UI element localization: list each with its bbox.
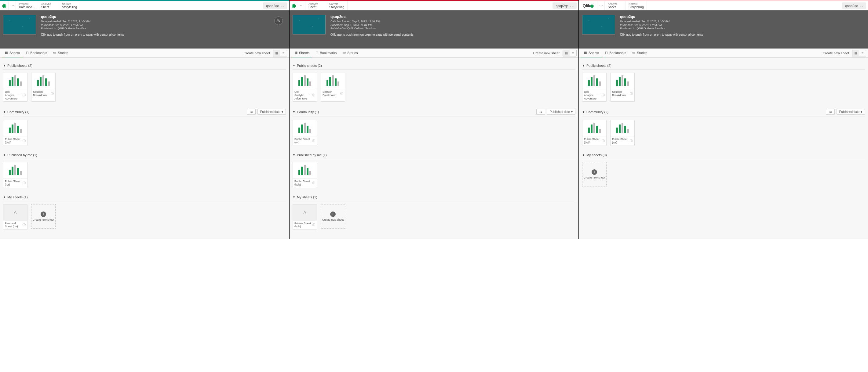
- sheet-card[interactable]: Public Sheet (bob)ⓘ: [3, 120, 28, 146]
- info-icon[interactable]: ⓘ: [340, 92, 343, 96]
- grid-view-button[interactable]: ▦: [563, 50, 569, 56]
- info-icon[interactable]: ⓘ: [312, 223, 315, 227]
- info-icon[interactable]: ⓘ: [23, 139, 26, 143]
- sort-button[interactable]: ↓≡: [826, 109, 835, 115]
- sort-button[interactable]: ↓≡: [247, 109, 256, 115]
- qlik-logo[interactable]: Qlik ◉: [579, 1, 597, 10]
- info-icon[interactable]: ⓘ: [312, 93, 315, 97]
- info-icon[interactable]: ⓘ: [312, 181, 315, 185]
- list-view-button[interactable]: ≡: [859, 50, 866, 56]
- sort-dropdown[interactable]: Published date▾: [547, 109, 576, 115]
- sheet-card[interactable]: Public Sheet (bob)ⓘ: [582, 120, 607, 146]
- nav-item[interactable]: Narrate Storytelling: [326, 1, 347, 10]
- sheet-card[interactable]: Session Breakdownⓘ: [31, 73, 56, 102]
- nav-top: Analyze: [41, 2, 56, 5]
- create-sheet-link[interactable]: Create new sheet: [530, 51, 563, 55]
- sheet-card[interactable]: Qlik Analytic Adventure⋯ⓘ: [3, 73, 28, 102]
- nav-item[interactable]: Analyze Sheet: [605, 1, 625, 10]
- nav-item[interactable]: Narrate Storytelling: [59, 1, 80, 10]
- sheet-card[interactable]: Qlik Analytic Adventure⋯ⓘ: [292, 73, 317, 102]
- qlik-logo[interactable]: ◉: [289, 1, 298, 10]
- nav-item[interactable]: Prepare Data mod...: [16, 1, 38, 10]
- sort-button[interactable]: ↓≡: [536, 109, 545, 115]
- cards-row: Public Sheet (bob)ⓘ: [3, 117, 286, 149]
- info-icon[interactable]: ⓘ: [23, 181, 26, 185]
- sort-dropdown[interactable]: Published date▾: [837, 109, 865, 115]
- section-header[interactable]: ▼ Community (2) ↓≡ Published date▾: [582, 107, 865, 117]
- sheet-card[interactable]: A Private Sheet (bob)ⓘ: [292, 204, 317, 230]
- create-sheet-link[interactable]: Create new sheet: [241, 51, 273, 55]
- more-menu[interactable]: ⋯: [298, 1, 305, 10]
- info-icon[interactable]: ⓘ: [602, 139, 605, 143]
- section-header[interactable]: ▼ Public sheets (2): [3, 62, 286, 70]
- sheet-card[interactable]: Public Sheet (bob)ⓘ: [292, 162, 317, 188]
- tab-stories[interactable]: ▭Stories: [629, 48, 650, 57]
- create-sheet-card[interactable]: + Create new sheet: [321, 204, 345, 229]
- edit-button[interactable]: ✎: [274, 16, 283, 25]
- grid-view-button[interactable]: ▦: [273, 50, 280, 56]
- section-header[interactable]: ▼ Public sheets (2): [292, 62, 576, 70]
- create-sheet-link[interactable]: Create new sheet: [820, 51, 852, 55]
- cards-row: Qlik Analytic Adventure⋯ⓘ Session Breakd…: [582, 70, 865, 105]
- tab-sheets[interactable]: ▦Sheets: [2, 48, 23, 57]
- app-dropdown[interactable]: qsop2qc ︿: [263, 2, 287, 9]
- section-header[interactable]: ▼ Published by me (1): [3, 151, 286, 159]
- nav-item[interactable]: Narrate Storytelling: [625, 1, 647, 10]
- more-icon[interactable]: ⋯: [308, 94, 311, 97]
- sheet-card[interactable]: Qlik Analytic Adventure⋯ⓘ: [582, 73, 607, 102]
- section-title: Published by me (1): [7, 153, 37, 157]
- cards-row: A Private Sheet (bob)ⓘ + Create new shee…: [292, 201, 576, 233]
- section-header[interactable]: ▼ My sheets (1): [3, 194, 286, 201]
- sheet-thumbnail: A: [293, 204, 317, 220]
- section-header[interactable]: ▼ Public sheets (2): [582, 62, 865, 70]
- section-header[interactable]: ▼ My sheets (1): [292, 194, 576, 201]
- more-icon[interactable]: ⋯: [19, 94, 22, 97]
- section-header[interactable]: ▼ Community (1) ↓≡ Published date▾: [3, 107, 286, 117]
- info-icon[interactable]: ⓘ: [23, 93, 26, 97]
- section-header[interactable]: ▼ Published by me (1): [292, 151, 576, 159]
- view-toggle: ▦ ≡: [852, 50, 866, 57]
- tab-bookmarks[interactable]: ◻Bookmarks: [602, 48, 629, 57]
- sort-dropdown[interactable]: Published date▾: [257, 109, 286, 115]
- info-icon[interactable]: ⓘ: [312, 139, 315, 143]
- tab-stories[interactable]: ▭Stories: [50, 48, 71, 57]
- grid-view-button[interactable]: ▦: [852, 50, 859, 56]
- nav-item[interactable]: Analyze Sheet: [38, 1, 59, 10]
- more-icon[interactable]: ⋯: [598, 94, 601, 97]
- sheet-card[interactable]: Public Sheet (rvr)ⓘ: [610, 120, 635, 146]
- app-dropdown[interactable]: qsop2qc ︿: [842, 2, 866, 9]
- app-pane: ◉ ⋯ Prepare Data mod... Analyze Sheet Na…: [0, 0, 289, 239]
- sheet-card[interactable]: Public Sheet (rvr)ⓘ: [292, 120, 317, 146]
- sheet-card[interactable]: Session Breakdownⓘ: [610, 73, 635, 102]
- create-sheet-card[interactable]: + Create new sheet: [582, 162, 607, 187]
- app-dropdown[interactable]: qsop2qc ︿: [553, 2, 577, 9]
- more-menu[interactable]: ⋯: [597, 1, 605, 10]
- info-icon[interactable]: ⓘ: [51, 92, 54, 96]
- qlik-logo[interactable]: ◉: [0, 1, 8, 10]
- tab-bookmarks[interactable]: ◻Bookmarks: [312, 48, 340, 57]
- info-icon[interactable]: ⓘ: [23, 223, 26, 227]
- info-icon[interactable]: ⓘ: [602, 93, 605, 97]
- section-header[interactable]: ▼ Community (1) ↓≡ Published date▾: [292, 107, 576, 117]
- section-header[interactable]: ▼ My sheets (0): [582, 151, 865, 159]
- sheet-card[interactable]: Public Sheet (rvr)ⓘ: [3, 162, 28, 188]
- sheet-card[interactable]: A Personal Sheet (rvr)ⓘ: [3, 204, 28, 230]
- app-thumbnail: [3, 15, 36, 34]
- bookmark-icon: ◻: [26, 50, 29, 55]
- sheet-label: Session Breakdown: [33, 90, 50, 97]
- info-icon[interactable]: ⓘ: [630, 139, 633, 143]
- create-sheet-label: Create new sheet: [33, 218, 54, 221]
- create-sheet-card[interactable]: + Create new sheet: [31, 204, 56, 229]
- list-view-button[interactable]: ≡: [280, 50, 287, 56]
- info-icon[interactable]: ⓘ: [630, 92, 633, 96]
- tab-bookmarks[interactable]: ◻Bookmarks: [23, 48, 50, 57]
- tab-sheets[interactable]: ▦Sheets: [291, 48, 312, 57]
- more-menu[interactable]: ⋯: [8, 1, 16, 10]
- sheet-card[interactable]: Session Breakdownⓘ: [321, 73, 345, 102]
- nav-item[interactable]: Analyze Sheet: [305, 1, 326, 10]
- tab-sheets[interactable]: ▦Sheets: [581, 48, 602, 57]
- list-view-button[interactable]: ≡: [569, 50, 576, 56]
- sheet-thumbnail: A: [3, 204, 27, 220]
- tab-stories[interactable]: ▭Stories: [340, 48, 361, 57]
- collapse-icon: ▼: [3, 110, 6, 113]
